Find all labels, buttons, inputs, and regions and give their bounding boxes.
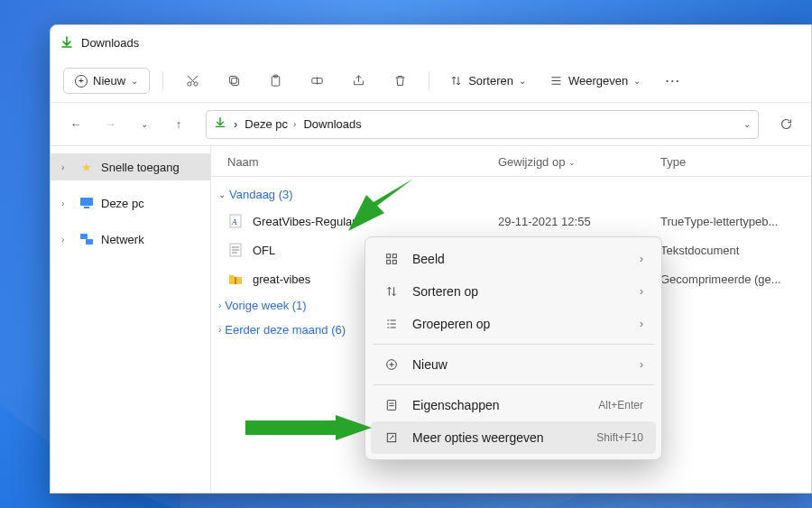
chevron-right-icon: › — [61, 199, 72, 208]
titlebar: Downloads — [51, 25, 811, 60]
group-header-label: Vorige week (1) — [225, 299, 306, 312]
ctx-new[interactable]: Nieuw › — [371, 348, 656, 381]
navigation-sidebar: › ★ Snelle toegang › Deze pc › Netwerk — [51, 146, 211, 493]
ctx-shortcut: Shift+F10 — [596, 431, 643, 444]
star-icon: ★ — [79, 160, 94, 174]
address-bar[interactable]: › Deze pc › Downloads ⌄ — [206, 110, 759, 139]
ctx-sort-by[interactable]: Sorteren op › — [371, 275, 656, 308]
expand-icon — [383, 429, 400, 446]
forward-button[interactable]: → — [96, 110, 125, 139]
svg-rect-17 — [387, 260, 391, 263]
file-row[interactable]: A GreatVibes-Regular 29-11-2021 12:55 Tr… — [211, 207, 804, 236]
back-button[interactable]: ← — [61, 110, 90, 139]
chevron-down-icon: ⌄ — [633, 76, 641, 86]
zip-folder-icon — [227, 271, 244, 287]
column-type[interactable]: Type — [660, 155, 804, 169]
group-header-label: Vandaag (3) — [229, 188, 293, 201]
sidebar-item-label: Netwerk — [101, 233, 144, 246]
share-button[interactable] — [342, 66, 374, 97]
ctx-show-more-options[interactable]: Meer opties weergeven Shift+F10 — [371, 421, 656, 454]
ctx-label: Eigenschappen — [412, 398, 586, 412]
sidebar-item-network[interactable]: › Netwerk — [51, 226, 210, 253]
column-modified[interactable]: Gewijzigd op ⌄ — [498, 155, 660, 169]
svg-rect-10 — [86, 239, 93, 245]
ctx-label: Nieuw — [412, 357, 627, 372]
downloads-icon — [214, 116, 226, 132]
svg-rect-15 — [387, 254, 391, 258]
breadcrumb-segment[interactable]: Downloads — [303, 117, 361, 131]
copy-button[interactable] — [217, 66, 250, 97]
cut-button[interactable] — [176, 66, 208, 97]
svg-rect-18 — [392, 260, 396, 263]
svg-rect-2 — [231, 79, 238, 86]
sidebar-item-label: Snelle toegang — [101, 161, 180, 174]
new-button[interactable]: + Nieuw ⌄ — [63, 68, 150, 94]
separator — [373, 384, 654, 385]
chevron-down-icon[interactable]: ⌄ — [743, 119, 751, 129]
chevron-right-icon: › — [640, 358, 643, 371]
chevron-right-icon: › — [61, 235, 72, 245]
context-menu: Beeld › Sorteren op › Groeperen op › Nie… — [364, 236, 662, 460]
chevron-down-icon: ⌄ — [218, 189, 226, 199]
sort-button[interactable]: Sorteren ⌄ — [442, 69, 533, 93]
separator — [429, 71, 429, 91]
sidebar-item-this-pc[interactable]: › Deze pc — [51, 189, 210, 217]
file-type: Tekstdocument — [660, 244, 804, 257]
recent-locations-button[interactable]: ⌄ — [130, 110, 159, 139]
sort-icon — [383, 283, 400, 300]
svg-rect-20 — [387, 401, 395, 411]
column-name[interactable]: Naam — [227, 155, 498, 169]
sidebar-item-label: Deze pc — [101, 197, 144, 210]
navigation-bar: ← → ⌄ ↑ › Deze pc › Downloads ⌄ — [51, 103, 811, 146]
separator — [162, 71, 163, 91]
group-header-today[interactable]: ⌄ Vandaag (3) — [211, 182, 804, 207]
rename-button[interactable] — [300, 66, 333, 97]
svg-rect-9 — [80, 234, 88, 239]
file-type: Gecomprimeerde (ge... — [660, 272, 804, 286]
chevron-right-icon: › — [293, 119, 296, 129]
chevron-right-icon: › — [640, 253, 643, 265]
more-button[interactable]: ··· — [657, 66, 689, 97]
file-name: OFL — [253, 244, 275, 257]
delete-button[interactable] — [383, 66, 416, 97]
sort-button-label: Sorteren — [468, 74, 513, 88]
chevron-right-icon: › — [640, 285, 643, 298]
font-file-icon: A — [227, 213, 244, 229]
network-icon — [79, 232, 94, 246]
monitor-icon — [79, 196, 94, 210]
ctx-view[interactable]: Beeld › — [371, 243, 656, 275]
chevron-right-icon: › — [640, 318, 643, 330]
svg-rect-16 — [392, 254, 396, 258]
chevron-right-icon: › — [218, 325, 221, 335]
annotation-arrow — [245, 415, 372, 440]
file-date: 29-11-2021 12:55 — [498, 215, 660, 228]
text-file-icon — [227, 242, 244, 258]
ctx-properties[interactable]: Eigenschappen Alt+Enter — [371, 389, 656, 421]
up-button[interactable]: ↑ — [164, 110, 193, 139]
sidebar-item-quick-access[interactable]: › ★ Snelle toegang — [51, 153, 210, 180]
plus-circle-icon: + — [75, 75, 88, 88]
view-button[interactable]: Weergeven ⌄ — [542, 69, 648, 93]
breadcrumb-label: Deze pc — [245, 117, 288, 131]
svg-rect-14 — [235, 277, 236, 284]
chevron-down-icon: ⌄ — [131, 76, 138, 86]
file-name: great-vibes — [253, 272, 310, 286]
svg-marker-22 — [348, 179, 413, 231]
annotation-arrow — [348, 179, 413, 231]
file-name: GreatVibes-Regular — [253, 215, 356, 228]
ctx-group-by[interactable]: Groeperen op › — [371, 308, 656, 340]
ctx-shortcut: Alt+Enter — [598, 399, 643, 411]
svg-text:A: A — [231, 217, 237, 226]
svg-rect-7 — [80, 198, 93, 206]
ctx-label: Sorteren op — [412, 284, 627, 299]
refresh-button[interactable] — [771, 110, 800, 139]
column-modified-label: Gewijzigd op — [498, 155, 565, 169]
new-button-label: Nieuw — [93, 74, 125, 88]
breadcrumb-label: Downloads — [303, 117, 361, 131]
breadcrumb-segment[interactable]: Deze pc › — [245, 117, 296, 131]
ctx-label: Meer opties weergeven — [412, 430, 584, 445]
paste-button[interactable] — [259, 66, 291, 97]
downloads-icon — [60, 35, 74, 50]
window-title: Downloads — [81, 36, 139, 50]
svg-rect-8 — [84, 207, 89, 208]
